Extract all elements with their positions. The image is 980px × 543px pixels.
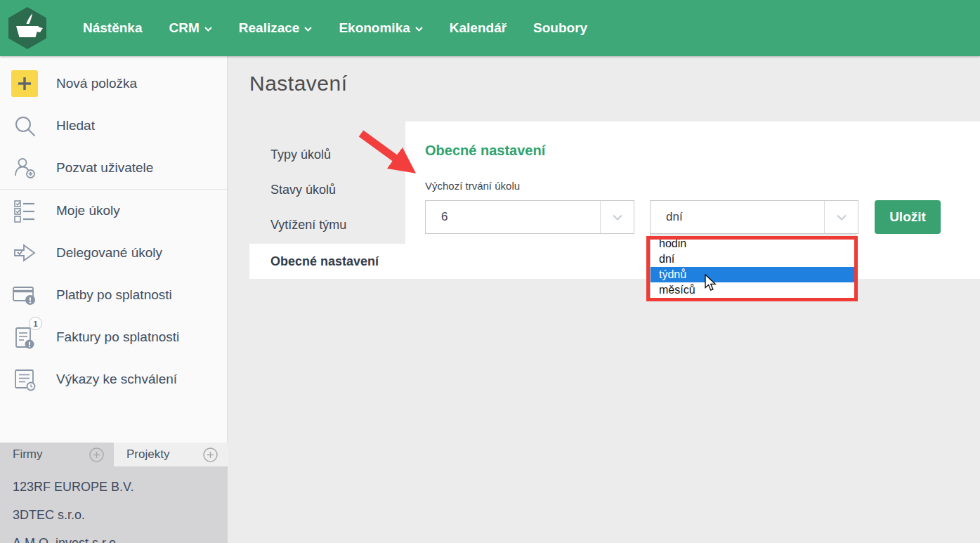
company-list-item[interactable]: 3DTEC s.r.o. [0, 501, 228, 529]
plus-square-icon [10, 69, 39, 98]
nav-item-label: Nástěnka [83, 20, 143, 36]
panel-heading: Obecné nastavení [425, 143, 545, 159]
task-list-icon [10, 196, 39, 225]
dropdown-option-hodin[interactable]: hodin [651, 236, 856, 251]
invite-user-icon [10, 153, 39, 183]
sidebar-item-nova-polozka[interactable]: Nová položka [0, 63, 227, 105]
settings-nav-stavy-ukolu[interactable]: Stavy úkolů [249, 172, 405, 207]
sidebar-item-label: Nová položka [56, 76, 137, 91]
unit-dropdown-list: hodin dní týdnů měsíců [650, 235, 856, 299]
navbar-menu: Nástěnka CRM Realizace Ekonomika Kalendá… [83, 0, 587, 56]
nav-item-label: Kalendář [450, 20, 507, 36]
sidebar-item-label: Výkazy ke schválení [56, 372, 177, 387]
tab-label: Firmy [13, 447, 42, 462]
sidebar-item-label: Faktury po splatnosti [56, 329, 179, 345]
nav-item-soubory[interactable]: Soubory [533, 20, 587, 36]
nav-item-label: Ekonomika [339, 20, 410, 36]
card-overdue-icon [10, 280, 39, 310]
chevron-down-icon [824, 201, 858, 233]
dropdown-option-dni[interactable]: dní [651, 251, 856, 267]
tab-projekty[interactable]: Projekty [114, 443, 228, 466]
dropdown-option-tydnu[interactable]: týdnů [651, 267, 856, 282]
duration-unit-select[interactable]: dní [650, 200, 858, 234]
nav-item-nastenka[interactable]: Nástěnka [83, 20, 143, 36]
sidebar-item-vykazy-ke-schvaleni[interactable]: Výkazy ke schválení [0, 358, 227, 400]
sidebar-item-label: Pozvat uživatele [56, 160, 153, 176]
tab-label: Projekty [126, 447, 169, 462]
add-company-icon[interactable] [89, 447, 104, 462]
settings-nav-obecne-nastaveni[interactable]: Obecné nastavení [249, 244, 405, 279]
report-clock-icon [10, 365, 39, 394]
duration-value-select[interactable]: 6 [425, 200, 634, 234]
sidebar-item-delegovane-ukoly[interactable]: Delegované úkoly [0, 232, 227, 274]
company-list: 123RF EUROPE B.V. 3DTEC s.r.o. A.M.O. in… [0, 466, 228, 543]
chevron-down-icon [415, 25, 423, 32]
sidebar-item-label: Hledat [56, 118, 95, 133]
search-icon [10, 111, 39, 140]
sidebar-item-pozvat-uzivatele[interactable]: Pozvat uživatele [0, 147, 227, 189]
chevron-down-icon [304, 25, 312, 32]
save-button[interactable]: Uložit [875, 200, 941, 234]
tab-firmy[interactable]: Firmy [0, 443, 114, 466]
add-project-icon[interactable] [203, 447, 218, 462]
sidebar-item-platby-po-splatnosti[interactable]: Platby po splatnosti [0, 274, 227, 316]
left-sidebar: Nová položka Hledat Pozvat uživatele [0, 56, 228, 543]
duration-field-label: Výchozí trvání úkolu [425, 180, 520, 192]
invoice-overdue-icon: 1 [10, 322, 39, 352]
sidebar-item-faktury-po-splatnosti[interactable]: 1 Faktury po splatnosti [0, 316, 227, 358]
sidebar-item-moje-ukoly[interactable]: Moje úkoly [0, 190, 227, 232]
duration-value: 6 [426, 210, 447, 224]
sidebar-item-label: Delegované úkoly [56, 245, 162, 261]
delegated-arrow-icon [10, 238, 39, 268]
nav-item-label: Soubory [533, 20, 587, 36]
sidebar-item-label: Moje úkoly [56, 203, 120, 218]
company-list-item[interactable]: 123RF EUROPE B.V. [0, 473, 228, 501]
sidebar-tabs: Firmy Projekty [0, 443, 228, 466]
company-list-item[interactable]: A.M.O. invest s.r.o. [0, 529, 228, 543]
chevron-down-icon [204, 25, 212, 32]
sidebar-item-hledat[interactable]: Hledat [0, 105, 227, 147]
nav-item-kalendar[interactable]: Kalendář [450, 20, 507, 36]
mortar-hexagon-logo-icon [6, 6, 49, 51]
settings-nav: Typy úkolů Stavy úkolů Vytížení týmu Obe… [249, 137, 405, 279]
dropdown-option-mesicu[interactable]: měsíců [651, 282, 856, 298]
sidebar-item-label: Platby po splatnosti [56, 287, 172, 303]
nav-item-crm[interactable]: CRM [169, 20, 212, 36]
top-navbar: Nástěnka CRM Realizace Ekonomika Kalendá… [0, 0, 980, 56]
nav-item-label: CRM [169, 20, 200, 36]
nav-item-label: Realizace [239, 20, 300, 36]
chevron-down-icon [600, 201, 634, 233]
nav-item-ekonomika[interactable]: Ekonomika [339, 20, 422, 36]
duration-unit-value: dní [651, 210, 683, 224]
main-content: Nastavení Typy úkolů Stavy úkolů Vytížen… [228, 56, 980, 543]
nav-item-realizace[interactable]: Realizace [239, 20, 313, 36]
page-title: Nastavení [249, 72, 348, 96]
settings-nav-typy-ukolu[interactable]: Typy úkolů [249, 137, 405, 172]
app-logo[interactable] [6, 6, 49, 51]
overdue-count-badge: 1 [29, 317, 42, 330]
settings-nav-vytizeni-tymu[interactable]: Vytížení týmu [249, 207, 405, 242]
